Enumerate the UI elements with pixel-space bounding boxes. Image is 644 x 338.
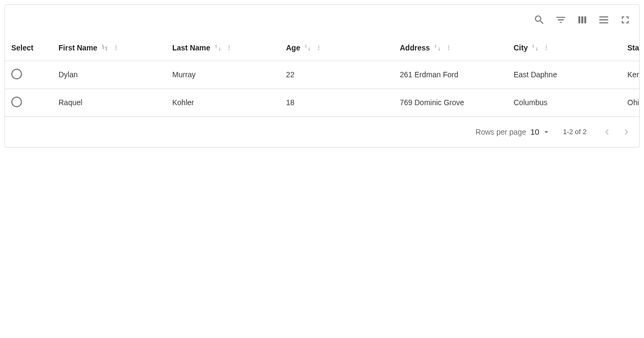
cell-first-name: Raquel (52, 89, 166, 116)
row-radio[interactable] (11, 69, 22, 79)
table-row[interactable]: Dylan Murray 22 261 Erdman Ford East Dap… (5, 61, 639, 89)
cell-age: 18 (280, 89, 393, 116)
column-menu-icon[interactable] (543, 44, 550, 52)
sort-icon[interactable] (100, 43, 109, 52)
header-address-label: Address (400, 43, 430, 52)
header-first-name[interactable]: First Name (52, 35, 166, 61)
rows-per-page-select[interactable]: 10 (530, 127, 551, 137)
header-row: Select First Name (5, 35, 639, 61)
column-menu-icon[interactable] (112, 44, 120, 52)
cell-first-name: Dylan (52, 61, 166, 89)
sort-icon[interactable] (531, 43, 539, 52)
cell-city: East Daphne (507, 61, 621, 89)
prev-page-button[interactable] (598, 123, 616, 141)
cell-age: 22 (280, 61, 393, 89)
header-city-label: City (514, 43, 528, 52)
column-menu-icon[interactable] (225, 44, 233, 52)
cell-state: Kentucky (621, 61, 639, 89)
header-select-label: Select (11, 43, 33, 52)
table-row[interactable]: Raquel Kohler 18 769 Dominic Grove Colum… (5, 89, 639, 116)
rows-per-page: Rows per page 10 (475, 127, 551, 137)
cell-address: 261 Erdman Ford (393, 61, 507, 89)
cell-state: Ohio (621, 89, 639, 116)
header-age[interactable]: Age (280, 35, 393, 61)
sort-icon[interactable] (214, 43, 222, 52)
chevron-down-icon (541, 127, 551, 137)
cell-address: 769 Dominic Grove (393, 89, 507, 116)
header-address[interactable]: Address (393, 35, 507, 61)
next-page-button[interactable] (618, 123, 635, 141)
rows-per-page-label: Rows per page (475, 128, 526, 136)
page-nav (598, 123, 635, 141)
header-age-label: Age (286, 43, 300, 52)
density-icon[interactable] (594, 10, 613, 30)
chevron-left-icon (602, 127, 612, 137)
cell-last-name: Kohler (166, 89, 280, 116)
search-icon[interactable] (530, 10, 549, 30)
column-menu-icon[interactable] (315, 44, 323, 52)
header-state[interactable]: State (621, 35, 639, 61)
header-city[interactable]: City (507, 35, 621, 61)
data-table-container: Select First Name (4, 4, 640, 148)
header-last-name-label: Last Name (172, 43, 210, 52)
filter-icon[interactable] (551, 10, 570, 30)
pagination-footer: Rows per page 10 1-2 of 2 (5, 117, 639, 147)
table-scroll[interactable]: Select First Name (5, 35, 639, 117)
pagination-range: 1-2 of 2 (563, 128, 587, 136)
cell-select (5, 61, 52, 89)
rows-per-page-value: 10 (530, 127, 539, 136)
column-menu-icon[interactable] (445, 44, 452, 52)
row-radio[interactable] (11, 97, 22, 107)
chevron-right-icon (621, 127, 632, 137)
cell-last-name: Murray (166, 61, 280, 89)
cell-select (5, 89, 52, 116)
cell-city: Columbus (507, 89, 621, 116)
data-table: Select First Name (5, 35, 639, 117)
header-first-name-label: First Name (58, 43, 97, 52)
columns-icon[interactable] (573, 10, 592, 30)
fullscreen-icon[interactable] (616, 10, 635, 30)
header-state-label: State (627, 43, 639, 52)
sort-icon[interactable] (433, 43, 442, 52)
header-last-name[interactable]: Last Name (166, 35, 280, 61)
header-select: Select (5, 35, 52, 61)
sort-icon[interactable] (303, 43, 312, 52)
toolbar (5, 5, 639, 35)
